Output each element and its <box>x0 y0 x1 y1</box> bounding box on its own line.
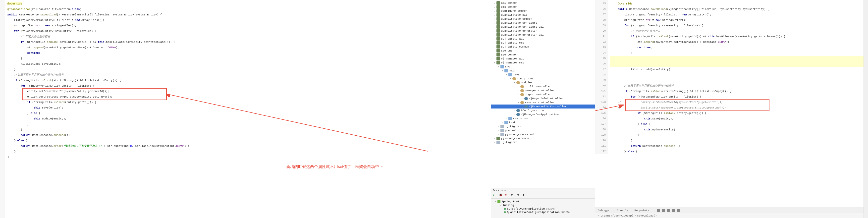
tree-item-resources[interactable]: ▸resources <box>491 117 595 120</box>
tree-item-quantitative-configure-api[interactable]: ▸quantitative-configure-api <box>491 25 595 29</box>
filter-icon[interactable]: ▽ <box>511 193 515 197</box>
code-line[interactable]: StringBuffer str = new StringBuffer(); <box>0 23 491 28</box>
tree-item-yj-manager-common[interactable]: ▸yj-manager-common <box>491 136 595 141</box>
tree-item-sgj-safety-api[interactable]: ▸sgj-safety-api <box>491 37 595 41</box>
code-line[interactable]: // 判断文件名是否存在 <box>610 28 868 34</box>
tree-item-yj-manager-api[interactable]: ▸yj-manager-api <box>491 57 595 61</box>
chevron-right-icon[interactable]: ▸ <box>517 93 519 96</box>
chevron-right-icon[interactable]: ▸ <box>517 89 519 92</box>
tree-item-quantitative-generator-api[interactable]: ▸quantitative-generator-api <box>491 33 595 37</box>
code-line[interactable]: } <box>0 56 491 61</box>
code-line[interactable]: if (StringUtils.isBlank(entity.getId()))… <box>610 111 868 116</box>
chevron-right-icon[interactable]: ▸ <box>493 5 495 9</box>
line-number[interactable]: 91 <box>595 34 608 39</box>
chevron-right-icon[interactable]: ▸ <box>513 113 516 116</box>
evaluate-icon[interactable] <box>677 209 680 212</box>
code-line[interactable] <box>610 77 868 83</box>
tree-item-src[interactable]: ▾src <box>491 65 595 69</box>
services-tree[interactable]: ▾Spring Boot ▾Running SgjSafetyCmsApplic… <box>491 198 595 215</box>
code-line[interactable]: } <box>0 67 491 72</box>
chevron-right-icon[interactable]: ▸ <box>497 133 499 136</box>
tree-item-pom-xml[interactable]: ▸pom.xml <box>491 128 595 132</box>
endpoints-tab[interactable]: Endpoints <box>633 209 651 213</box>
code-line[interactable]: str.append(saveEntity.getAttachName() + … <box>610 39 868 45</box>
code-line[interactable]: for (YjOrganInfoEntity entity : fileList… <box>610 94 868 99</box>
chevron-right-icon[interactable]: ▸ <box>493 53 495 57</box>
chevron-right-icon[interactable]: ▸ <box>501 121 503 124</box>
tree-item-yj-manager-cms-iml[interactable]: ▸yj-manager-cms.iml <box>491 132 595 136</box>
line-number[interactable]: 95 <box>595 56 608 61</box>
chevron-down-icon[interactable]: ▾ <box>493 61 495 64</box>
code-line[interactable]: StringBuffer str = new StringBuffer(); <box>610 18 868 23</box>
services-panel[interactable]: Services ▶ 🐞 ■ ▽ ⬚ ⚙ ▾Spring Boot ▾Runni… <box>491 188 595 218</box>
chevron-down-icon[interactable]: ▾ <box>501 69 503 72</box>
chevron-right-icon[interactable]: ▸ <box>493 18 495 21</box>
code-line[interactable]: public RestResponse saveUpload(YjReserve… <box>0 12 491 18</box>
chevron-down-icon[interactable]: ▾ <box>497 65 499 68</box>
tree-item-test[interactable]: ▸test <box>491 120 595 124</box>
stop-icon[interactable]: ■ <box>505 193 509 197</box>
chevron-right-icon[interactable]: ▸ <box>493 137 495 140</box>
tree-item-java[interactable]: ▾java <box>491 73 595 76</box>
tree-item-reserve-controller[interactable]: ▾reserve.controller <box>491 100 595 104</box>
code-line[interactable]: //如果不重复并且还有未空进行存储操作 <box>610 83 868 89</box>
line-number[interactable]: 103 <box>595 99 608 105</box>
tree-item-yjmanagercmsapplication[interactable]: ▸YjManagerCmsApplication <box>491 113 595 117</box>
project-panel[interactable]: Persistence Web Structure Favorites ▸api… <box>491 0 595 218</box>
tree-item-yjreserveplancontroller[interactable]: ▸YjReservePlanController <box>491 104 595 108</box>
breadcrumb-class[interactable]: YjOrganInfoServiceImpl <box>597 214 633 217</box>
chevron-right-icon[interactable]: ▸ <box>493 9 495 13</box>
line-number[interactable]: 96 <box>595 61 608 67</box>
tree-item-sgj-safety-cms[interactable]: ▸sgj-safety-cms <box>491 41 595 45</box>
line-number[interactable]: 94 <box>595 50 608 56</box>
code-line[interactable] <box>610 61 868 67</box>
code-line[interactable]: } else { <box>610 121 868 127</box>
line-number[interactable]: 102 <box>595 94 608 99</box>
code-line[interactable]: List<YjReservePlanEntity> fileList = new… <box>0 18 491 23</box>
code-line[interactable]: fileList.add(saveEntity); <box>610 67 868 72</box>
chevron-down-icon[interactable]: ▾ <box>517 101 519 104</box>
chevron-right-icon[interactable]: ▸ <box>497 129 499 132</box>
step-into-icon[interactable] <box>662 209 665 212</box>
step-over-icon[interactable] <box>657 209 660 212</box>
chevron-right-icon[interactable]: ▸ <box>493 1 495 5</box>
tree-item-quantitative-configure[interactable]: ▸quantitative-configure <box>491 21 595 25</box>
code-line[interactable]: this.save(entity); <box>610 116 868 121</box>
code-line[interactable]: //如果不重复并且还有未空进行存储操作 <box>0 72 491 77</box>
settings-icon[interactable]: ⚙ <box>523 193 527 197</box>
tree-item-organ-controller[interactable]: ▸organ.controller <box>491 93 595 97</box>
tree-item-quantitative-generator[interactable]: ▸quantitative-generator <box>491 29 595 33</box>
line-number[interactable]: 87 <box>595 12 608 18</box>
tree-item-yj-manager-cms[interactable]: ▾yj-manager-cms <box>491 61 595 65</box>
debugger-tab[interactable]: Debugger <box>596 209 613 213</box>
chevron-right-icon[interactable]: ▸ <box>493 29 495 33</box>
chevron-right-icon[interactable]: ▸ <box>521 105 523 108</box>
tree-item-modules[interactable]: ▾modules <box>491 81 595 85</box>
tree-item-drill-controller[interactable]: ▸drill.controller <box>491 85 595 89</box>
chevron-down-icon[interactable]: ▾ <box>505 73 507 76</box>
line-number[interactable]: 99 <box>595 77 608 83</box>
chevron-right-icon[interactable]: ▸ <box>521 97 523 100</box>
tree-item-cms-common[interactable]: ▸cms-common <box>491 5 595 9</box>
code-line[interactable]: @Override <box>610 1 868 6</box>
code-line[interactable]: this.update(entity); <box>610 127 868 132</box>
app-node[interactable]: QuantitativeConfigureApplication <box>507 211 559 214</box>
line-number[interactable]: 100 <box>595 83 608 89</box>
chevron-right-icon[interactable]: ▸ <box>493 13 495 17</box>
line-number[interactable]: 98 <box>595 72 608 77</box>
tree-item--gitignore[interactable]: ▸.gitignore <box>491 141 595 144</box>
chevron-right-icon[interactable]: ▸ <box>517 85 519 88</box>
chevron-right-icon[interactable]: ▸ <box>493 57 495 60</box>
line-number[interactable]: 88 <box>595 18 608 23</box>
code-line[interactable]: str.append(saveEntity.getAttachName() + … <box>0 45 491 50</box>
console-tab[interactable]: Console <box>615 209 630 213</box>
tree-item--gitignore[interactable]: ▸.gitignore <box>491 124 595 128</box>
code-line[interactable]: if (StringUtils.isBlank(str.toString()) … <box>0 77 491 83</box>
tree-item-yjorganinfocontroller[interactable]: ▸YjOrganInfoController <box>491 97 595 100</box>
line-number[interactable]: 97 <box>595 67 608 72</box>
tree-item-sgj-safety-common[interactable]: ▸sgj-safety-common <box>491 45 595 49</box>
line-number[interactable]: 90 <box>595 28 608 34</box>
breadcrumb-method[interactable]: saveUpload() <box>637 214 657 217</box>
code-line[interactable]: fileList.add(saveEntity); <box>0 61 491 67</box>
tree-item-sso-cms[interactable]: ▸sso-cms <box>491 49 595 53</box>
